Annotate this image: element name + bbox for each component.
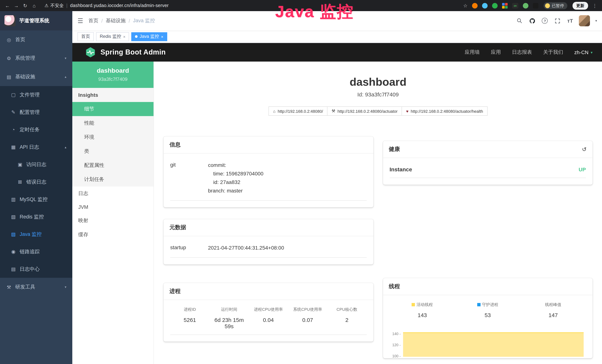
sba-nav-journal[interactable]: 日志报表	[512, 49, 532, 56]
breadcrumb-separator: /	[101, 18, 103, 23]
help-icon[interactable]: ?	[541, 17, 548, 24]
sba-item-caches[interactable]: 缓存	[72, 228, 153, 242]
user-caret-icon[interactable]: ▾	[595, 19, 597, 23]
breadcrumb-item[interactable]: 首页	[88, 17, 98, 24]
bookmark-star-icon[interactable]: ☆	[462, 3, 469, 8]
active-threads-swatch	[412, 303, 415, 306]
threads-legend: 活动线程 143 守护进程	[389, 300, 586, 323]
sba-item-classes[interactable]: 类	[72, 144, 153, 158]
sidebar-item-api-logs[interactable]: ▦ API 日志 ▴	[0, 138, 72, 156]
sba-nav-applications[interactable]: 应用	[491, 49, 501, 56]
sidebar-item-file-mgmt[interactable]: ▢ 文件管理	[0, 86, 72, 104]
instance-header[interactable]: dashboard 93a3fc7f7409	[72, 62, 153, 88]
fullscreen-icon[interactable]	[554, 17, 561, 24]
browser-back-icon[interactable]: ←	[4, 3, 11, 8]
extension-orange-icon[interactable]	[472, 3, 478, 8]
sidebar-item-infrastructure[interactable]: ▤ 基础设施 ▴	[0, 67, 72, 86]
git-commit-line: commit:	[208, 161, 263, 170]
url-text[interactable]: dashboard.yudao.iocoder.cn/infra/admin-s…	[70, 3, 169, 8]
health-status-badge: UP	[579, 166, 586, 172]
app-logo[interactable]: 芋道管理系统	[0, 11, 72, 30]
sidebar-item-access-logs[interactable]: ▣ 访问日志	[0, 156, 72, 173]
sidebar-item-redis-monitor[interactable]: ▧ Redis 监控	[0, 208, 72, 225]
card-process: 进程 进程ID 5261 运行时间	[163, 283, 373, 342]
close-icon[interactable]: ×	[123, 34, 126, 39]
sba-item-environment[interactable]: 环境	[72, 130, 153, 144]
health-url-link[interactable]: ♥ http://192.168.0.2:48080/actuator/heal…	[402, 107, 487, 116]
browser-reload-icon[interactable]: ↻	[22, 3, 29, 8]
browser-home-icon[interactable]: ⌂	[30, 3, 38, 8]
hamburger-icon[interactable]: ☰	[77, 17, 83, 25]
service-url-link[interactable]: ⌂ http://192.168.0.2:48080/	[269, 107, 327, 116]
sidebar-item-system-mgmt[interactable]: ⚙ 系统管理 ▾	[0, 49, 72, 67]
sba-nav-wallboard[interactable]: 应用墙	[465, 49, 480, 56]
sidebar-item-mysql-monitor[interactable]: ▥ MySQL 监控	[0, 191, 72, 208]
update-button[interactable]: 更新	[572, 2, 588, 10]
sidebar-item-log-center[interactable]: ▤ 日志中心	[0, 260, 72, 278]
legend-value: 53	[455, 312, 520, 318]
sba-item-metrics[interactable]: 性能	[72, 116, 153, 130]
wrench-icon: ⚒	[332, 109, 335, 114]
sba-item-scheduled-tasks[interactable]: 计划任务	[72, 172, 153, 187]
insights-group-label: Insights	[72, 88, 153, 102]
sidebar-item-dev-tools[interactable]: ⚒ 研发工具 ▾	[0, 278, 72, 296]
font-size-icon[interactable]: тT	[566, 17, 574, 24]
instance-id-line: Id: 93a3fc7f7409	[163, 91, 592, 97]
paused-badge[interactable]: 已暂停	[544, 2, 567, 9]
sidebar-item-home[interactable]: ◎ 首页	[0, 30, 72, 49]
process-value: 2	[327, 317, 366, 323]
sba-item-mappings[interactable]: 映射	[72, 214, 153, 228]
browser-forward-icon[interactable]: →	[13, 3, 20, 8]
sba-item-config-props[interactable]: 配置属性	[72, 158, 153, 172]
process-value: 0.04	[249, 317, 288, 323]
close-icon[interactable]: ×	[161, 34, 163, 39]
sba-nav-about[interactable]: 关于我们	[543, 49, 563, 56]
extension-green-icon[interactable]	[492, 3, 498, 8]
legend-label: 线程峰值	[545, 302, 561, 307]
sba-logo-icon[interactable]	[85, 47, 96, 58]
extension-on-icon[interactable]: on	[512, 3, 518, 8]
address-bar[interactable]: ⚠ 不安全 | dashboard.yudao.iocoder.cn/infra…	[44, 2, 169, 9]
tab-java-monitor[interactable]: Java 监控 ×	[131, 32, 167, 41]
question-glyph: ?	[542, 18, 548, 24]
java-monitor-icon: ▨	[10, 231, 16, 237]
sidebar-item-error-logs[interactable]: ⊠ 错误日志	[0, 173, 72, 191]
app-title: 芋道管理系统	[19, 17, 49, 24]
extension-drop-icon[interactable]	[482, 3, 488, 8]
sidebar-item-tracing[interactable]: ◉ 链路追踪	[0, 243, 72, 260]
browser-menu-icon[interactable]: ⋮	[591, 3, 599, 8]
breadcrumb-item[interactable]: 基础设施	[106, 17, 126, 24]
tab-redis-monitor[interactable]: Redis 监控 ×	[96, 32, 129, 41]
tab-label: 首页	[81, 33, 90, 40]
sba-brand-title[interactable]: Spring Boot Admin	[100, 48, 166, 56]
info-git-row: git commit: time: 1596289704000 id: 27aa…	[170, 159, 366, 201]
extension-puzzle-icon[interactable]	[533, 3, 538, 8]
sidebar-item-cron-jobs[interactable]: ◔ 定时任务	[0, 121, 72, 138]
sidebar-item-java-monitor[interactable]: ▨ Java 监控	[0, 225, 72, 243]
sidebar-item-label: 访问日志	[26, 161, 46, 168]
locale-label: zh-CN	[574, 50, 589, 55]
mysql-icon: ▥	[10, 197, 16, 202]
gear-icon: ⚙	[6, 55, 12, 61]
github-icon[interactable]	[528, 17, 536, 24]
metadata-value: 2021-04-27T00:44:31.254+08:00	[208, 244, 284, 252]
sidebar-item-label: 首页	[15, 36, 25, 43]
user-avatar[interactable]	[579, 15, 590, 26]
active-dot-icon	[135, 35, 138, 38]
sba-item-jvm[interactable]: JVM	[72, 201, 153, 214]
chevron-up-icon: ▴	[65, 75, 66, 79]
sidebar-item-config-mgmt[interactable]: ✎ 配置管理	[0, 104, 72, 121]
sba-item-details[interactable]: 细节	[72, 102, 153, 116]
process-col: 系统CPU使用率 0.07	[288, 307, 327, 330]
log-center-icon: ▤	[10, 266, 16, 272]
sba-item-logs[interactable]: 日志	[72, 187, 153, 201]
actuator-url-link[interactable]: ⚒ http://192.168.0.2:48080/actuator	[327, 107, 402, 116]
tab-home[interactable]: 首页	[77, 32, 94, 41]
health-instance-label: Instance	[389, 166, 412, 172]
process-col: CPU核心数 2	[327, 307, 366, 330]
extension-leaf-icon[interactable]	[523, 3, 528, 8]
history-icon[interactable]: ↺	[582, 146, 587, 153]
locale-selector[interactable]: zh-CN ▾	[574, 50, 592, 55]
search-icon[interactable]	[516, 17, 523, 24]
extension-grid-icon[interactable]	[502, 3, 508, 8]
